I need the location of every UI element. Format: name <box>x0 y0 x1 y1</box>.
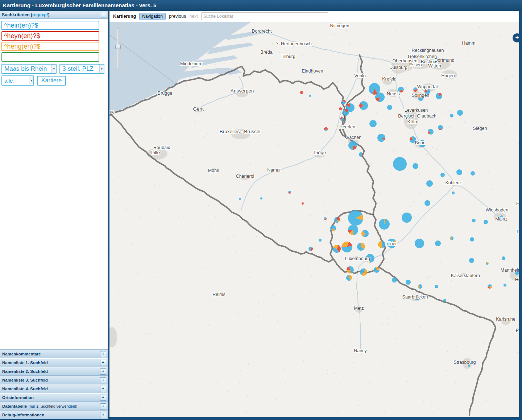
svg-text:Siegen: Siegen <box>473 126 487 131</box>
svg-text:Mainz: Mainz <box>495 217 507 222</box>
map-area: Kartierung Navigation previous next Nijm… <box>109 11 519 417</box>
chevron-down-icon: ▾ <box>99 65 104 73</box>
svg-text:Solingen: Solingen <box>412 93 430 98</box>
svg-text:Reims: Reims <box>212 292 225 297</box>
svg-text:Koblenz: Koblenz <box>445 180 461 185</box>
svg-text:Karlsruhe: Karlsruhe <box>496 317 515 322</box>
filter-select-value: alle <box>4 78 13 84</box>
svg-text:Mannheim: Mannheim <box>501 268 519 273</box>
maximize-control-button[interactable]: + <box>513 33 519 42</box>
svg-text:Bergisch Gladbach: Bergisch Gladbach <box>398 114 436 119</box>
svg-text:Saarbrücken: Saarbrücken <box>402 295 428 300</box>
svg-text:Frankfurt: Frankfurt <box>516 201 519 206</box>
svg-text:Roubaix: Roubaix <box>153 145 170 150</box>
svg-text:Charleroi: Charleroi <box>236 174 254 179</box>
app-window: Kartierung - Luxemburgischer Familiennam… <box>0 0 522 420</box>
svg-text:Gent: Gent <box>193 106 204 112</box>
svg-text:Dortmund: Dortmund <box>435 58 455 63</box>
svg-text:Heerlen: Heerlen <box>339 124 355 129</box>
svg-text:Leverkusen: Leverkusen <box>405 108 428 113</box>
search-fields <box>0 19 108 62</box>
regexp-link[interactable]: regexp! <box>32 12 48 17</box>
map-toolbar-title: Kartierung <box>113 14 136 19</box>
svg-text:Darmstadt: Darmstadt <box>517 229 519 234</box>
region-select[interactable]: Maas bis Rhein ▾ <box>1 64 57 74</box>
svg-text:Krefeld: Krefeld <box>382 77 397 82</box>
svg-text:Lille: Lille <box>151 150 160 155</box>
window-title: Kartierung - Luxemburgischer Familiennam… <box>0 0 522 11</box>
previous-link[interactable]: previous <box>169 14 186 19</box>
expand-icon[interactable]: + <box>100 403 106 409</box>
filter-kartiere-row: alle ▾ Kartiere <box>0 74 108 86</box>
navigation-button[interactable]: Navigation <box>139 13 166 20</box>
search-criteria-header: Suchkriterien (regexp!) − <box>0 11 108 19</box>
zoom-slider-handle[interactable] <box>115 45 121 49</box>
svg-text:Kaiserslautern: Kaiserslautern <box>451 273 480 278</box>
kartiere-button[interactable]: Kartiere <box>37 76 66 86</box>
search-field-4[interactable] <box>1 52 99 62</box>
map-toolbar: Kartierung Navigation previous next <box>109 11 519 22</box>
panel-datentabelle[interactable]: Datentabelle(nur 1. Suchfeld verwenden!)… <box>0 402 108 411</box>
next-link[interactable]: next <box>189 14 198 19</box>
chevron-down-icon: ▾ <box>51 65 56 73</box>
filter-select[interactable]: alle ▾ <box>1 75 34 86</box>
svg-text:Recklinghausen: Recklinghausen <box>412 48 444 53</box>
search-field-2[interactable] <box>1 31 99 41</box>
svg-text:Breda: Breda <box>260 50 272 55</box>
plz-select[interactable]: 3-stell. PLZ ▾ <box>59 64 104 74</box>
panel-namenliste-2[interactable]: Namenliste 2. Suchfeld + <box>0 367 108 376</box>
svg-text:Eindhoven: Eindhoven <box>302 69 323 74</box>
panel-namenliste-3[interactable]: Namenliste 3. Suchfeld + <box>0 376 108 384</box>
svg-text:Nancy: Nancy <box>354 348 367 353</box>
svg-text:Tilburg: Tilburg <box>282 54 295 59</box>
svg-text:Brugge: Brugge <box>158 91 172 96</box>
search-field-1[interactable] <box>1 21 99 30</box>
panel-ortsinformation[interactable]: Ortsinformation + <box>0 393 108 402</box>
expand-icon[interactable]: + <box>100 351 106 357</box>
expand-icon[interactable]: + <box>100 360 106 366</box>
collapse-panel-button[interactable]: − <box>101 12 106 17</box>
expand-icon[interactable]: + <box>100 386 106 392</box>
svg-text:Hagen: Hagen <box>442 73 455 78</box>
svg-text:Heidelberg: Heidelberg <box>515 277 519 282</box>
svg-text:Metz: Metz <box>354 306 364 311</box>
svg-text:Luxembourg: Luxembourg <box>345 256 370 261</box>
svg-text:Hamm: Hamm <box>462 41 476 46</box>
panel-namenkommentare[interactable]: Namenkommentare + <box>0 350 108 358</box>
search-criteria-label: Suchkriterien <box>2 12 30 17</box>
expand-icon[interactable]: + <box>100 395 106 401</box>
map-svg[interactable]: NijmegenDordrecht's-HertogenboschBredaTi… <box>109 22 519 417</box>
svg-text:Middelburg: Middelburg <box>180 61 203 66</box>
expand-icon[interactable]: + <box>100 412 106 418</box>
region-plz-row: Maas bis Rhein ▾ 3-stell. PLZ ▾ <box>0 62 108 74</box>
svg-text:Wuppertal: Wuppertal <box>417 84 438 89</box>
accordion-panels: Namenkommentare + Namenliste 1. Suchfeld… <box>0 349 108 419</box>
svg-text:Aachen: Aachen <box>346 135 361 140</box>
location-search-input[interactable] <box>201 12 328 20</box>
svg-text:'s-Hertogenbosch: 's-Hertogenbosch <box>276 41 312 46</box>
expand-icon[interactable]: + <box>100 377 106 383</box>
search-field-3[interactable] <box>1 42 99 51</box>
region-select-value: Maas bis Rhein <box>4 65 47 73</box>
sidebar: Suchkriterien (regexp!) − Maas bis Rhein… <box>0 11 108 419</box>
svg-text:Wiesbaden: Wiesbaden <box>486 207 509 213</box>
plz-select-value: 3-stell. PLZ <box>62 65 94 73</box>
svg-text:Antwerpen: Antwerpen <box>231 88 254 94</box>
svg-text:Strasbourg: Strasbourg <box>453 360 476 365</box>
svg-text:Essen: Essen <box>409 62 422 67</box>
map-canvas[interactable]: NijmegenDordrecht's-HertogenboschBredaTi… <box>109 22 519 417</box>
svg-text:Witten: Witten <box>428 63 441 69</box>
search-criteria-title: Suchkriterien (regexp!) <box>2 12 49 17</box>
svg-text:Dunkerque: Dunkerque <box>109 110 115 115</box>
svg-text:Köln: Köln <box>407 119 417 124</box>
panel-debug-informationen[interactable]: Debug-Informationen + <box>0 411 108 419</box>
svg-text:Neuss: Neuss <box>387 91 399 96</box>
expand-icon[interactable]: + <box>100 368 106 375</box>
panel-namenliste-4[interactable]: Namenliste 4. Suchfeld + <box>0 384 108 393</box>
zoom-slider[interactable] <box>115 28 120 69</box>
svg-text:Bruxelles - Brussel: Bruxelles - Brussel <box>220 129 261 134</box>
panel-namenliste-1[interactable]: Namenliste 1. Suchfeld + <box>0 358 108 367</box>
svg-text:Trier: Trier <box>388 241 397 246</box>
svg-text:Liège: Liège <box>314 150 326 155</box>
svg-text:Dordrecht: Dordrecht <box>252 29 272 34</box>
